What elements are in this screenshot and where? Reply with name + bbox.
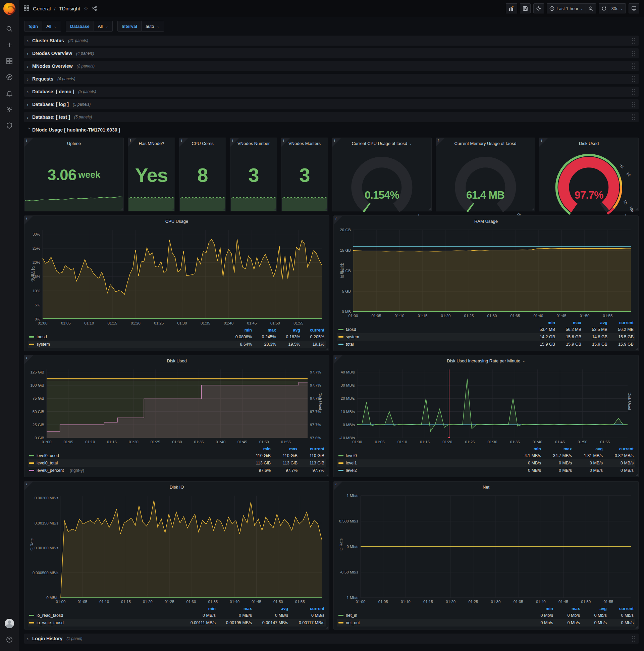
dashboard-row[interactable]: › Login History (1 panel) (24, 633, 639, 644)
chart-plot[interactable]: 使用占比 01:0001:0501:1001:1501:2001:2501:30… (27, 226, 327, 327)
legend-header[interactable]: current (608, 606, 635, 612)
admin-shield-icon[interactable] (3, 119, 16, 132)
legend-header[interactable]: max (217, 606, 253, 612)
panel-title[interactable]: Disk Used (25, 355, 329, 366)
dashboard-row[interactable]: › MNodes Overview (2 panels) (24, 61, 639, 71)
legend-series-name[interactable]: level0_used (28, 452, 245, 459)
legend-series-name[interactable]: level2 (337, 467, 512, 474)
explore-compass-icon[interactable] (3, 70, 16, 84)
legend-header[interactable]: avg (583, 320, 609, 326)
panel-title[interactable]: Net (334, 482, 638, 492)
panel-title[interactable]: Disk IO (25, 482, 329, 492)
time-range-picker[interactable]: Last 1 hour ⌄ (547, 3, 585, 13)
share-icon[interactable] (92, 6, 97, 11)
dashboard-row[interactable]: › Database: [ test ] (5 panels) (24, 112, 639, 122)
row-dnode-usage[interactable]: › DNode Usage [ huolinhe-TM1701:6030 ] (24, 125, 639, 135)
panel-title[interactable]: Uptime (25, 138, 123, 149)
legend-header[interactable]: current (609, 320, 635, 326)
panel-title[interactable]: CPU Usage (25, 216, 329, 226)
create-plus-icon[interactable] (3, 38, 16, 52)
legend-header[interactable]: min (245, 446, 272, 452)
series-color-swatch[interactable] (339, 455, 344, 456)
chart-plot[interactable]: IO Rate 01:0001:0501:1001:1501:2001:2501… (27, 492, 327, 605)
series-color-swatch[interactable] (29, 470, 34, 471)
series-color-swatch[interactable] (29, 622, 34, 623)
configuration-gear-icon[interactable] (3, 103, 16, 116)
panel-title[interactable]: VNodes Masters (282, 138, 328, 149)
dashboard-settings-button[interactable] (533, 3, 544, 13)
series-color-swatch[interactable] (339, 344, 344, 345)
legend-series-name[interactable]: level1 (337, 459, 512, 467)
series-color-swatch[interactable] (29, 344, 34, 345)
variable-database-value[interactable]: All⌄ (94, 21, 113, 32)
legend-header[interactable]: avg (278, 327, 301, 333)
legend-header[interactable]: min (530, 320, 556, 326)
panel-title[interactable]: Has MNode? (128, 138, 175, 149)
row-drag-handle[interactable] (631, 37, 636, 44)
legend-header[interactable]: min (229, 327, 253, 333)
save-dashboard-button[interactable] (520, 3, 530, 13)
series-color-swatch[interactable] (29, 336, 34, 338)
row-drag-handle[interactable] (631, 635, 636, 642)
legend-series-name[interactable]: system (28, 341, 229, 348)
series-color-swatch[interactable] (339, 336, 344, 338)
refresh-button[interactable] (599, 3, 609, 13)
row-drag-handle[interactable] (631, 75, 636, 82)
series-color-swatch[interactable] (29, 615, 34, 616)
refresh-interval-picker[interactable]: 30s ⌄ (609, 3, 626, 13)
series-color-swatch[interactable] (339, 470, 344, 471)
star-icon[interactable]: ☆ (84, 5, 88, 12)
variable-interval-value[interactable]: auto⌄ (141, 21, 164, 32)
dashboard-row[interactable]: › DNodes Overview (4 panels) (24, 48, 639, 58)
legend-series-name[interactable]: taosd (337, 326, 530, 333)
chart-plot[interactable]: IO Rate 01:0001:0501:1001:1501:2001:2501… (336, 492, 636, 605)
row-drag-handle[interactable] (631, 63, 636, 69)
legend-series-name[interactable]: level0_percent (right-y) (28, 467, 245, 474)
row-drag-handle[interactable] (631, 50, 636, 57)
legend-header[interactable]: min (181, 606, 217, 612)
row-drag-handle[interactable] (631, 88, 636, 95)
panel-title[interactable]: VNodes Number (230, 138, 277, 149)
row-drag-handle[interactable] (631, 101, 636, 108)
legend-header[interactable]: avg (581, 606, 608, 612)
legend-header[interactable]: avg (253, 606, 289, 612)
legend-header[interactable]: min (527, 606, 554, 612)
legend-series-name[interactable]: io_write_taosd (28, 619, 181, 626)
legend-header[interactable]: max (542, 446, 573, 452)
dashboard-row[interactable]: › Requests (4 panels) (24, 74, 639, 84)
legend-series-name[interactable]: net_out (337, 619, 527, 626)
series-color-swatch[interactable] (29, 462, 34, 464)
series-color-swatch[interactable] (29, 455, 34, 456)
dashboard-row[interactable]: › Cluster Status (21 panels) (24, 36, 639, 45)
legend-series-name[interactable]: net_in (337, 612, 527, 619)
chart-plot[interactable]: 使用占比 01:0001:0501:1001:1501:2001:2501:30… (336, 226, 636, 319)
chart-plot[interactable]: Disk Used 01:0001:0501:1001:1501:2001:25… (27, 366, 327, 445)
panel-title[interactable]: CPU Cores (180, 138, 226, 149)
legend-header[interactable]: current (299, 446, 326, 452)
legend-header[interactable]: max (272, 446, 299, 452)
help-icon[interactable] (3, 633, 16, 646)
legend-header[interactable]: min (512, 446, 542, 452)
cycle-view-mode-button[interactable] (629, 3, 639, 13)
user-avatar[interactable] (3, 617, 16, 630)
zoom-out-time-button[interactable] (586, 3, 596, 13)
panel-title[interactable]: Current Memory Usage of taosd (436, 138, 535, 149)
legend-header[interactable]: max (556, 320, 583, 326)
series-color-swatch[interactable] (339, 329, 344, 330)
legend-series-name[interactable]: taosd (28, 333, 229, 341)
chart-plot[interactable]: Disk Used 01:0001:0501:1001:1501:2001:25… (336, 366, 636, 445)
dashboards-icon[interactable] (3, 54, 16, 68)
series-color-swatch[interactable] (339, 615, 344, 616)
series-color-swatch[interactable] (339, 462, 344, 464)
panel-title[interactable]: Disk Used (539, 138, 638, 149)
search-icon[interactable] (3, 22, 16, 36)
legend-series-name[interactable]: level0 (337, 452, 512, 459)
series-color-swatch[interactable] (339, 622, 344, 623)
legend-series-name[interactable]: total (337, 341, 530, 348)
alerting-bell-icon[interactable] (3, 87, 16, 100)
breadcrumb-dashboard-title[interactable]: TDinsight (59, 6, 80, 11)
legend-header[interactable]: current (289, 606, 326, 612)
legend-header[interactable]: current (604, 446, 635, 452)
variable-fqdn-value[interactable]: All⌄ (42, 21, 61, 32)
legend-series-name[interactable]: io_read_taosd (28, 612, 181, 619)
